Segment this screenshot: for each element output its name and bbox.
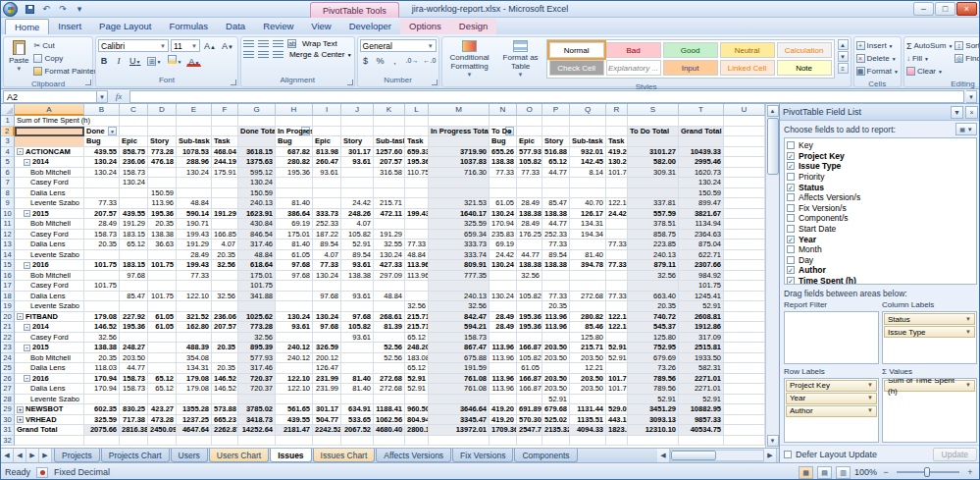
cell-U32[interactable] <box>724 436 765 447</box>
cell-T12[interactable]: 2364.63 <box>679 230 724 240</box>
cell-B12[interactable]: 158.73 <box>84 230 120 240</box>
next-sheet-button[interactable]: ▶ <box>26 449 39 462</box>
row-header-12[interactable]: 12 <box>1 230 15 240</box>
cell-D9[interactable]: 113.96 <box>148 198 177 209</box>
selected-cell-A2[interactable] <box>15 127 84 137</box>
cell-L21[interactable]: 215.71 <box>405 322 429 333</box>
cell-U9[interactable] <box>724 198 765 209</box>
cell-L20[interactable]: 215.71 <box>405 312 429 323</box>
cell-S30[interactable]: 3093.13 <box>628 415 679 426</box>
row-header-17[interactable]: 17 <box>1 281 15 292</box>
collapse-button[interactable]: + <box>17 416 24 423</box>
row-header-1[interactable]: 1 <box>1 116 15 127</box>
cell-E17[interactable] <box>177 281 212 292</box>
cell-Q7[interactable] <box>570 178 606 188</box>
paste-button[interactable]: Paste▼ <box>6 39 31 75</box>
cell-D16[interactable] <box>148 271 177 282</box>
cell-G25[interactable]: 317.46 <box>238 363 276 374</box>
row-header-32[interactable]: 32 <box>1 436 15 447</box>
cell-J25[interactable] <box>341 363 374 374</box>
cell-Q26[interactable]: 203.50 <box>570 374 606 385</box>
cell-Q25[interactable]: 12.21 <box>570 363 606 374</box>
cell-D10[interactable]: 195.36 <box>148 209 177 220</box>
cell-D29[interactable]: 423.27 <box>148 404 177 415</box>
cell-R8[interactable] <box>606 188 628 199</box>
sheet-tab-projects[interactable]: Projects <box>54 449 100 462</box>
cell-R11[interactable] <box>606 219 628 230</box>
cell-J15[interactable]: 93.61 <box>341 260 374 271</box>
cell-K27[interactable]: 272.68 <box>374 384 405 395</box>
row-header-22[interactable]: 22 <box>1 333 15 344</box>
tab-data[interactable]: Data <box>217 19 254 34</box>
cell-R6[interactable]: 101.74 <box>606 168 628 179</box>
cell-N14[interactable]: 24.42 <box>490 250 517 261</box>
cell-P26[interactable]: 203.50 <box>542 374 570 385</box>
cell-C26[interactable]: 158.73 <box>120 374 148 385</box>
cell-M21[interactable]: 594.21 <box>429 322 490 333</box>
row-label-dalia-lens[interactable]: Dalia Lens <box>15 384 84 395</box>
cell-U26[interactable] <box>724 374 765 385</box>
cell-R25[interactable] <box>606 363 628 374</box>
cell-F4[interactable]: 468.04 <box>212 147 238 158</box>
cell-E6[interactable]: 130.24 <box>177 168 212 179</box>
cell-I22[interactable] <box>313 333 341 344</box>
style-calculation[interactable]: Calculation <box>777 42 832 58</box>
cell-E30[interactable]: 1237.25 <box>177 415 212 426</box>
cell-L9[interactable] <box>405 198 429 209</box>
cell-O31[interactable]: 2547.77 <box>517 425 542 436</box>
cell-A3[interactable] <box>15 136 84 147</box>
cell-L18[interactable] <box>405 292 429 302</box>
cell-R14[interactable] <box>606 250 628 261</box>
cell-R2[interactable] <box>606 127 628 137</box>
cell-P16[interactable] <box>542 271 570 282</box>
field-checkbox-day[interactable] <box>787 256 795 264</box>
cell-T10[interactable]: 3821.67 <box>679 209 724 220</box>
row-label-2015[interactable]: -2015 <box>15 343 84 353</box>
cell-J22[interactable]: 93.61 <box>341 333 374 344</box>
cell-E16[interactable]: 77.33 <box>177 271 212 282</box>
cell-R23[interactable]: 52.91 <box>606 343 628 353</box>
cell-T29[interactable]: 10882.95 <box>679 404 724 415</box>
cell-C9[interactable] <box>120 198 148 209</box>
cell-N20[interactable]: 28.49 <box>490 312 517 323</box>
cell-O28[interactable] <box>517 395 542 405</box>
cell-C14[interactable] <box>120 250 148 261</box>
cell-K23[interactable]: 52.56 <box>374 343 405 353</box>
cell-H30[interactable]: 439.55 <box>276 415 313 426</box>
cell-T18[interactable]: 1245.41 <box>679 292 724 302</box>
cell-S12[interactable]: 858.75 <box>628 230 679 240</box>
cell-P17[interactable] <box>542 281 570 292</box>
cell-Q30[interactable]: 1135.51 <box>570 415 606 426</box>
cell-D20[interactable]: 61.05 <box>148 312 177 323</box>
cell-K18[interactable]: 48.84 <box>374 292 405 302</box>
cell-T3[interactable] <box>679 136 724 147</box>
cell-F30[interactable]: 665.23 <box>212 415 238 426</box>
area-field-author[interactable]: Author▼ <box>786 405 877 417</box>
cell-M1[interactable] <box>429 116 490 127</box>
cell-C28[interactable] <box>120 395 148 405</box>
cell-I24[interactable]: 200.12 <box>313 353 341 364</box>
cell-S3[interactable] <box>628 136 679 147</box>
cell-P1[interactable] <box>542 116 570 127</box>
cell-P4[interactable]: 516.88 <box>542 147 570 158</box>
cell-O25[interactable]: 61.05 <box>517 363 542 374</box>
cell-J4[interactable]: 301.17 <box>341 147 374 158</box>
cell-L2[interactable] <box>405 127 429 137</box>
cell-G14[interactable]: 48.84 <box>238 250 276 261</box>
cell-Q20[interactable]: 280.82 <box>570 312 606 323</box>
cell-S15[interactable]: 879.11 <box>628 260 679 271</box>
cell-I28[interactable] <box>313 395 341 405</box>
cell-S21[interactable]: 545.37 <box>628 322 679 333</box>
cell-Q6[interactable]: 8.14 <box>570 168 606 179</box>
cell-R26[interactable]: 101.73 <box>606 374 628 385</box>
cell-I16[interactable]: 130.24 <box>313 271 341 282</box>
field-checkbox-component-s[interactable] <box>787 214 795 222</box>
cell-P6[interactable]: 44.77 <box>542 168 570 179</box>
cell-E8[interactable] <box>177 188 212 199</box>
cell-G1[interactable] <box>238 116 276 127</box>
cell-S23[interactable]: 752.95 <box>628 343 679 353</box>
cell-M5[interactable]: 1037.83 <box>429 157 490 168</box>
update-button[interactable]: Update <box>933 448 977 461</box>
number-format-combo[interactable]: General▼ <box>360 39 437 52</box>
cell-H17[interactable] <box>276 281 313 292</box>
